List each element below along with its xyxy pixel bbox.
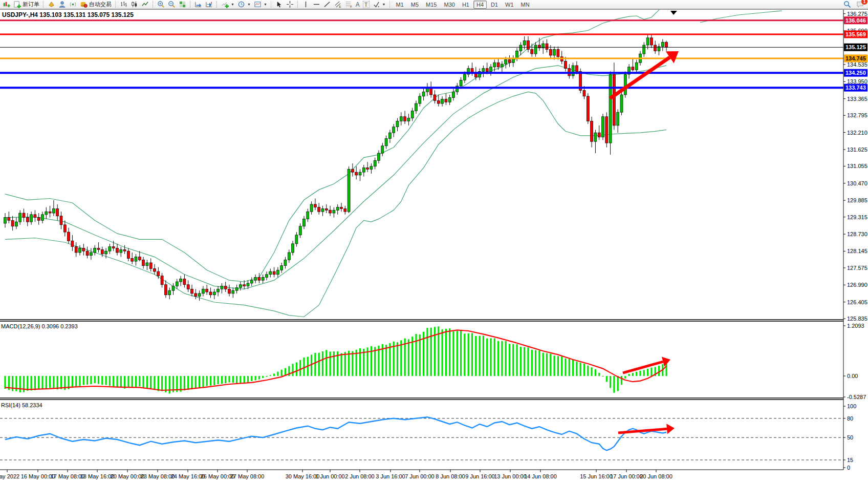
fibonacci-icon: F bbox=[345, 1, 353, 8]
tab-timeframe-M1[interactable]: M1 bbox=[393, 1, 407, 9]
shapes-tool-button[interactable]: ▼ bbox=[371, 1, 387, 9]
chart-shift-button[interactable] bbox=[204, 1, 214, 9]
trendline-tool-button[interactable] bbox=[322, 1, 333, 9]
price-tick: 128.145 bbox=[847, 248, 867, 254]
price-tick: 130.470 bbox=[847, 180, 867, 186]
time-label[interactable]: 2 Jun 08:00 bbox=[345, 473, 375, 479]
chart-title-ohlc: USDJPY-,H4 135.103 135.131 135.075 135.1… bbox=[2, 11, 134, 18]
label-tool-icon: T bbox=[363, 1, 370, 8]
price-tick: 132.210 bbox=[847, 130, 867, 136]
periods-button[interactable]: ▼ bbox=[236, 1, 252, 9]
time-label[interactable]: 18 May 16:00 bbox=[80, 473, 115, 479]
horizontal-lines-layer[interactable] bbox=[0, 20, 843, 88]
horizontal-line-icon bbox=[313, 1, 320, 8]
rsi-scale-tick: 50 bbox=[847, 434, 853, 441]
toolbar: 新订单 自动交易 bbox=[0, 0, 868, 9]
time-label[interactable]: 27 May 08:00 bbox=[230, 473, 265, 479]
tab-timeframe-H4[interactable]: H4 bbox=[473, 1, 487, 9]
trendline-icon bbox=[323, 1, 331, 8]
tab-timeframe-D1[interactable]: D1 bbox=[488, 1, 501, 9]
time-label[interactable]: 1 Jun 00:00 bbox=[315, 473, 345, 479]
time-label[interactable]: 13 Jun 00:00 bbox=[494, 473, 527, 479]
new-chart-button[interactable] bbox=[1, 1, 12, 9]
mt4-window: 136.275135.690134.535133.950133.365132.7… bbox=[0, 0, 868, 482]
rsi-scale-tick: 100 bbox=[847, 403, 856, 409]
cursor-button[interactable] bbox=[274, 1, 285, 9]
bar-chart-button[interactable] bbox=[118, 1, 129, 9]
time-label[interactable]: 30 May 16:00 bbox=[286, 473, 320, 479]
price-tick: 133.950 bbox=[847, 78, 867, 85]
signals-button[interactable] bbox=[68, 1, 78, 9]
time-axis[interactable]: May 202216 May 00:0017 May 08:0018 May 1… bbox=[0, 470, 672, 479]
time-label[interactable]: 14 Jun 08:00 bbox=[524, 473, 557, 479]
search-icon[interactable] bbox=[843, 1, 851, 8]
separator bbox=[115, 1, 116, 8]
channel-tool-button[interactable]: E bbox=[333, 1, 343, 9]
styler-button[interactable] bbox=[46, 1, 57, 9]
fibonacci-tool-button[interactable]: F bbox=[343, 1, 354, 9]
time-label[interactable]: 23 May 08:00 bbox=[141, 473, 175, 479]
hline-tool-button[interactable] bbox=[311, 1, 322, 9]
separator bbox=[43, 1, 44, 8]
rsi-scale-tick: 80 bbox=[847, 415, 853, 422]
separator bbox=[216, 1, 218, 8]
price-tick: 125.835 bbox=[847, 316, 867, 322]
tab-timeframe-MN[interactable]: MN bbox=[518, 1, 533, 9]
time-label[interactable]: 20 May 00:00 bbox=[111, 473, 145, 479]
auto-trading-button[interactable]: 自动交易 bbox=[78, 1, 113, 9]
chart-canvas[interactable]: 136.275135.690134.535133.950133.365132.7… bbox=[0, 0, 868, 482]
label-tool-button[interactable]: T bbox=[361, 1, 371, 9]
new-order-button[interactable]: 新订单 bbox=[12, 1, 41, 9]
time-label[interactable]: 15 Jun 16:00 bbox=[580, 473, 613, 479]
clock-icon bbox=[237, 1, 245, 8]
tab-timeframe-W1[interactable]: W1 bbox=[502, 1, 517, 9]
auto-scroll-button[interactable] bbox=[193, 1, 204, 9]
time-label[interactable]: 3 Jun 16:00 bbox=[376, 473, 405, 479]
svg-text:E: E bbox=[339, 5, 341, 8]
svg-text:134.745: 134.745 bbox=[845, 55, 866, 61]
templates-button[interactable]: ▼ bbox=[252, 1, 269, 9]
time-label[interactable]: 9 Jun 16:00 bbox=[465, 473, 495, 479]
candle-chart-icon bbox=[131, 1, 138, 8]
time-label[interactable]: May 2022 bbox=[0, 473, 19, 479]
tile-windows-button[interactable] bbox=[177, 1, 188, 9]
time-label[interactable]: 16 May 00:00 bbox=[21, 473, 55, 479]
chart-shift-icon bbox=[205, 1, 213, 8]
separator bbox=[271, 1, 272, 8]
zoom-in-button[interactable] bbox=[156, 1, 166, 9]
time-label[interactable]: 24 May 16:00 bbox=[171, 473, 205, 479]
text-tool-button[interactable]: A bbox=[354, 1, 361, 9]
time-label[interactable]: 26 May 00:00 bbox=[201, 473, 235, 479]
tab-timeframe-H1[interactable]: H1 bbox=[459, 1, 472, 9]
time-label[interactable]: 7 Jun 00:00 bbox=[405, 473, 435, 479]
vline-tool-button[interactable] bbox=[300, 1, 311, 9]
red-trend-arrow-main[interactable] bbox=[610, 57, 670, 98]
red-trend-arrow-macd[interactable] bbox=[623, 362, 663, 373]
line-chart-button[interactable] bbox=[140, 1, 150, 9]
caret-down-icon: ▼ bbox=[382, 3, 386, 6]
bar-chart-icon bbox=[120, 1, 127, 8]
zoom-out-button[interactable] bbox=[166, 1, 177, 9]
separator bbox=[389, 1, 390, 8]
tab-timeframe-M5[interactable]: M5 bbox=[408, 1, 422, 9]
timeframe-group: M1M5M15M30H1H4D1W1MN bbox=[393, 1, 533, 9]
toolbar-right: 1 bbox=[843, 1, 864, 8]
candle-chart-button[interactable] bbox=[129, 1, 140, 9]
tab-timeframe-M15[interactable]: M15 bbox=[423, 1, 440, 9]
channel-icon: E bbox=[334, 1, 342, 8]
indicators-button[interactable]: ▼ bbox=[220, 1, 236, 9]
chat-button[interactable]: 1 bbox=[856, 1, 864, 8]
crosshair-button[interactable] bbox=[285, 1, 295, 9]
rsi-scale-tick: 15 bbox=[847, 457, 853, 463]
time-label[interactable]: 8 Jun 08:00 bbox=[436, 473, 465, 479]
caret-down-icon: ▼ bbox=[231, 3, 234, 6]
price-tick: 136.275 bbox=[847, 11, 867, 17]
time-label[interactable]: 17 Jun 00:00 bbox=[610, 473, 643, 479]
time-label[interactable]: 17 May 08:00 bbox=[51, 473, 85, 479]
bollinger-upper bbox=[5, 3, 666, 282]
price-axis[interactable]: 136.275135.690134.535133.950133.365132.7… bbox=[843, 11, 867, 471]
time-label[interactable]: 20 Jun 08:00 bbox=[640, 473, 672, 479]
tab-timeframe-M30[interactable]: M30 bbox=[441, 1, 458, 9]
profile-button[interactable] bbox=[57, 1, 68, 9]
macd-layer bbox=[4, 326, 667, 393]
